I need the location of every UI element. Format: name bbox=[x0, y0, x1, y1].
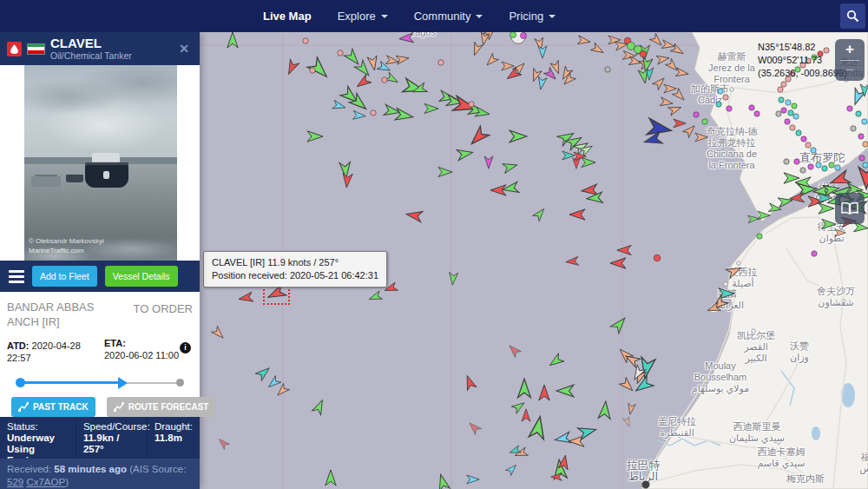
vessel-dot[interactable] bbox=[510, 32, 516, 38]
vessel-dot[interactable] bbox=[778, 87, 783, 92]
vessel-marker[interactable] bbox=[747, 215, 759, 223]
vessel-marker[interactable] bbox=[506, 342, 521, 357]
vessel-marker[interactable] bbox=[768, 203, 782, 214]
vessel-marker[interactable] bbox=[561, 72, 575, 87]
vessel-dot[interactable] bbox=[808, 164, 813, 169]
vessel-dot[interactable] bbox=[371, 110, 376, 116]
vessel-marker[interactable] bbox=[656, 54, 670, 64]
vessel-marker[interactable] bbox=[396, 54, 410, 64]
vessel-marker[interactable] bbox=[668, 103, 683, 116]
vessel-marker[interactable] bbox=[510, 130, 527, 142]
vessel-marker[interactable] bbox=[503, 161, 519, 174]
nav-item-explore[interactable]: Explore bbox=[338, 10, 388, 23]
vessel-marker[interactable] bbox=[627, 403, 636, 415]
map-zoom-control[interactable]: + − bbox=[835, 39, 865, 81]
vessel-marker[interactable] bbox=[216, 436, 229, 449]
vessel-marker[interactable] bbox=[285, 59, 299, 76]
ais-source-station[interactable]: Cx7AOP bbox=[26, 477, 65, 487]
vessel-dot[interactable] bbox=[781, 108, 786, 113]
vessel-dot[interactable] bbox=[520, 32, 526, 38]
vessel-dot[interactable] bbox=[382, 77, 387, 83]
vessel-marker[interactable] bbox=[649, 33, 664, 48]
vessel-dot[interactable] bbox=[800, 168, 806, 173]
vessel-marker[interactable] bbox=[617, 245, 631, 254]
vessel-marker[interactable] bbox=[274, 383, 289, 398]
vessel-marker[interactable] bbox=[556, 385, 574, 397]
vessel-dot[interactable] bbox=[806, 142, 811, 148]
vessel-marker[interactable] bbox=[577, 36, 591, 46]
vessel-marker[interactable] bbox=[619, 377, 635, 393]
vessel-dot[interactable] bbox=[723, 95, 728, 100]
vessel-dot[interactable] bbox=[793, 114, 799, 119]
vessel-marker[interactable] bbox=[466, 420, 481, 434]
vessel-dot[interactable] bbox=[794, 159, 799, 164]
vessel-dot[interactable] bbox=[727, 106, 732, 111]
vessel-marker[interactable] bbox=[326, 470, 336, 486]
vessel-marker[interactable] bbox=[647, 118, 673, 138]
vessel-marker[interactable] bbox=[598, 401, 611, 420]
vessel-marker[interactable] bbox=[424, 103, 438, 113]
vessel-marker[interactable] bbox=[511, 400, 526, 413]
vessel-dot[interactable] bbox=[757, 234, 762, 239]
vessel-marker[interactable] bbox=[436, 473, 450, 489]
add-to-fleet-button[interactable]: Add to Fleet bbox=[32, 266, 97, 287]
vessel-marker[interactable] bbox=[539, 385, 549, 400]
vessel-marker[interactable] bbox=[695, 133, 707, 142]
vessel-marker[interactable] bbox=[819, 203, 834, 214]
zoom-in-button[interactable]: + bbox=[835, 39, 865, 60]
vessel-marker[interactable] bbox=[368, 291, 383, 303]
vessel-marker[interactable] bbox=[536, 76, 547, 90]
nav-item-live-map[interactable]: Live Map bbox=[263, 10, 312, 23]
vessel-dot[interactable] bbox=[816, 162, 821, 168]
vessel-marker[interactable] bbox=[590, 43, 605, 56]
nav-item-pricing[interactable]: Pricing bbox=[509, 10, 556, 23]
ais-source-link[interactable]: 529 bbox=[7, 477, 23, 487]
vessel-dot[interactable] bbox=[694, 112, 699, 117]
vessel-dot[interactable] bbox=[779, 97, 784, 102]
vessel-marker[interactable] bbox=[405, 208, 423, 221]
vessel-dot[interactable] bbox=[859, 155, 865, 161]
vessel-dot[interactable] bbox=[796, 130, 801, 135]
vessel-marker[interactable] bbox=[344, 49, 362, 68]
vessel-dot[interactable] bbox=[784, 159, 789, 164]
vessel-dot[interactable] bbox=[822, 166, 827, 171]
search-button[interactable] bbox=[840, 3, 865, 29]
vessel-marker[interactable] bbox=[266, 376, 280, 391]
vessel-dot[interactable] bbox=[438, 60, 444, 65]
vessel-dot[interactable] bbox=[862, 119, 867, 124]
vessel-dot[interactable] bbox=[716, 102, 721, 107]
vessel-marker[interactable] bbox=[726, 264, 742, 279]
vessel-dot[interactable] bbox=[754, 111, 760, 116]
vessel-dot[interactable] bbox=[776, 111, 781, 116]
vessel-marker[interactable] bbox=[467, 126, 490, 149]
route-forecast-button[interactable]: ROUTE FORECAST bbox=[107, 397, 216, 417]
vessel-marker[interactable] bbox=[581, 184, 597, 196]
vessel-marker[interactable] bbox=[858, 167, 868, 188]
vessel-marker[interactable] bbox=[547, 354, 564, 369]
vessel-dot[interactable] bbox=[642, 481, 649, 488]
vessel-dot[interactable] bbox=[851, 126, 856, 131]
vessel-marker[interactable] bbox=[352, 110, 365, 120]
vessel-marker[interactable] bbox=[828, 170, 850, 188]
vessel-dot[interactable] bbox=[785, 119, 790, 124]
vessel-marker[interactable] bbox=[664, 84, 676, 93]
vessel-marker[interactable] bbox=[789, 193, 804, 204]
vessel-marker[interactable] bbox=[211, 326, 226, 340]
vessel-marker[interactable] bbox=[479, 32, 490, 46]
vessel-marker[interactable] bbox=[448, 272, 457, 285]
vessel-marker[interactable] bbox=[643, 132, 663, 148]
vessel-marker[interactable] bbox=[518, 379, 531, 398]
vessel-marker[interactable] bbox=[463, 373, 477, 390]
vessel-marker[interactable] bbox=[312, 398, 327, 414]
vessel-marker[interactable] bbox=[778, 195, 793, 208]
vessel-marker[interactable] bbox=[822, 219, 836, 228]
vessel-marker[interactable] bbox=[652, 75, 667, 89]
vessel-marker[interactable] bbox=[438, 167, 452, 176]
zoom-out-button[interactable]: − bbox=[835, 61, 865, 80]
vessel-marker[interactable] bbox=[661, 40, 675, 50]
vessel-dot[interactable] bbox=[654, 254, 661, 261]
vessel-marker[interactable] bbox=[610, 314, 628, 334]
vessel-dot[interactable] bbox=[469, 102, 474, 107]
vessel-dot[interactable] bbox=[811, 148, 816, 153]
vessel-marker[interactable] bbox=[483, 53, 498, 68]
